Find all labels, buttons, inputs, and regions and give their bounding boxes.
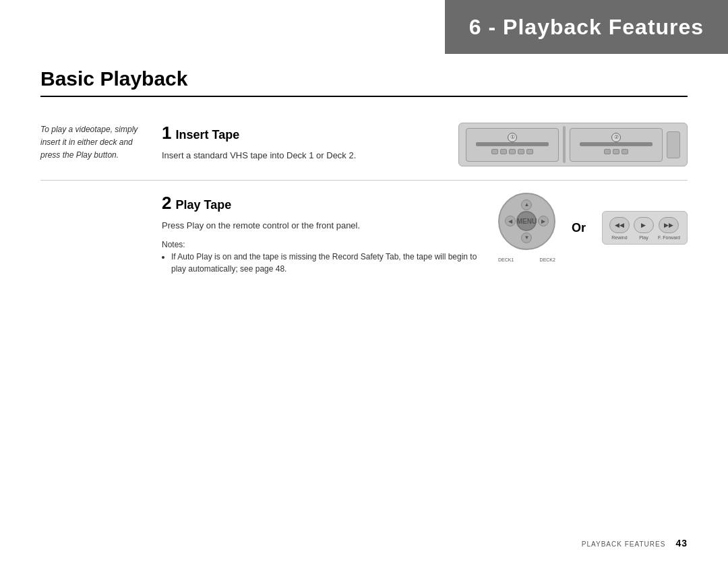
vcr-btn [518, 149, 524, 154]
remote-up-arrow: ▲ [521, 199, 532, 210]
notes-label: Notes: [162, 240, 185, 249]
step-2-title: Play Tape [175, 198, 231, 212]
remote-left-arrow: ◀ [505, 216, 516, 226]
vcr-buttons-1 [491, 149, 533, 154]
remote-down-arrow: ▼ [521, 232, 532, 243]
sidebar-note: To play a videotape, simply insert it in… [40, 123, 148, 161]
step-2-body: 2 Play Tape Press Play on the remote con… [162, 193, 485, 276]
remote-deck-labels: DECK1 DECK2 [498, 257, 555, 262]
step-1-body: 1 Insert Tape Insert a standard VHS tape… [162, 123, 445, 168]
vcr-divider [563, 126, 566, 163]
remote-menu: MENU [516, 211, 537, 231]
vcr-slot-2 [580, 142, 653, 146]
remote-wrapper: ▲ ▼ ◀ ▶ MENU DECK1 DECK2 [498, 193, 555, 250]
section-heading: Basic Playback [40, 67, 688, 97]
vcr-btn [491, 149, 498, 154]
vcr-btn [621, 149, 628, 154]
deck1-label: DECK1 [498, 257, 514, 262]
footer-label: PLAYBACK FEATURES [582, 540, 665, 548]
remote-right-arrow: ▶ [538, 216, 549, 226]
step-2-row: 2 Play Tape Press Play on the remote con… [40, 181, 688, 288]
play-group: ▶ Play [634, 217, 654, 240]
rewind-button: ◀◀ [609, 217, 630, 233]
vcr-deck-2: ② [570, 128, 663, 162]
vcr-btn [509, 149, 516, 154]
or-label: Or [572, 221, 586, 235]
step-2-image: ▲ ▼ ◀ ▶ MENU DECK1 DECK2 Or [498, 193, 688, 263]
vcr-btn [500, 149, 507, 154]
page-title: 6 - Playback Features [469, 15, 704, 40]
transport-buttons: ◀◀ Rewind ▶ Play ▶▶ F. Forward [602, 211, 688, 245]
deck-2-number: ② [611, 133, 621, 142]
vcr-slot-1 [476, 142, 549, 146]
notes-bullet: If Auto Play is on and the tape is missi… [171, 251, 485, 275]
vcr-device: ① ② [458, 123, 688, 166]
step-1-image: ① ② [458, 123, 688, 166]
vcr-btn [526, 149, 533, 154]
vcr-buttons-2 [604, 149, 628, 154]
deck2-label: DECK2 [540, 257, 555, 262]
step-1-description: Insert a standard VHS tape into Deck 1 o… [162, 149, 445, 162]
footer: PLAYBACK FEATURES 43 [582, 538, 688, 549]
vcr-deck-1: ① [466, 128, 559, 162]
play-label: Play [639, 235, 648, 240]
step-1-title: Insert Tape [175, 128, 239, 142]
deck-1-number: ① [508, 133, 517, 142]
step-1-title-row: 1 Insert Tape [162, 123, 445, 144]
sidebar-note-text: To play a videotape, simply insert it in… [40, 125, 138, 160]
vcr-btn [604, 149, 611, 154]
header-banner: 6 - Playback Features [445, 0, 728, 54]
step-2-number: 2 [162, 193, 171, 214]
step-2-description: Press Play on the remote control or the … [162, 219, 485, 232]
vcr-knob [667, 131, 680, 158]
step-2-notes: Notes: If Auto Play is on and the tape i… [162, 239, 485, 275]
step-2-title-row: 2 Play Tape [162, 193, 485, 214]
forward-label: F. Forward [658, 235, 680, 240]
step-1-row: To play a videotape, simply insert it in… [40, 111, 688, 181]
vcr-btn [613, 149, 619, 154]
footer-page: 43 [675, 538, 688, 549]
rewind-label: Rewind [611, 235, 627, 240]
remote-control: ▲ ▼ ◀ ▶ MENU [498, 193, 555, 250]
forward-group: ▶▶ F. Forward [658, 217, 680, 240]
rewind-group: ◀◀ Rewind [609, 217, 630, 240]
main-content: Basic Playback To play a videotape, simp… [40, 67, 688, 528]
step-1-number: 1 [162, 123, 171, 144]
transport-row: ◀◀ Rewind ▶ Play ▶▶ F. Forward [609, 217, 680, 240]
forward-button: ▶▶ [659, 217, 679, 233]
play-button: ▶ [634, 217, 654, 233]
